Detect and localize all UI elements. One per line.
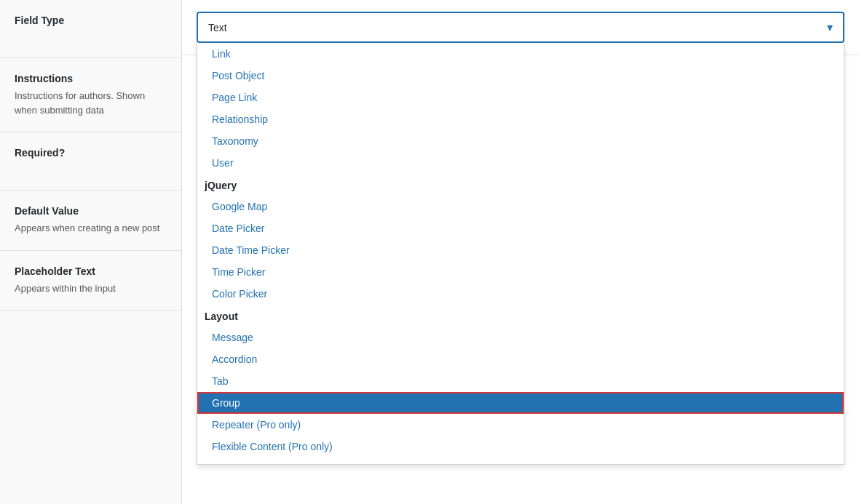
dropdown-item-page-link[interactable]: Page Link (197, 87, 844, 108)
sidebar: Field Type Instructions Instructions for… (0, 0, 182, 504)
dropdown-item-color-picker[interactable]: Color Picker (197, 283, 844, 305)
dropdown-item-accordion[interactable]: Accordion (197, 348, 844, 370)
dropdown-item-time-picker[interactable]: Time Picker (197, 261, 844, 283)
default-value-desc: Appears when creating a new post (15, 221, 167, 236)
field-type-label: Field Type (15, 15, 167, 26)
dropdown-item-taxonomy[interactable]: Taxonomy (197, 130, 844, 152)
dropdown-item-flexible-content[interactable]: Flexible Content (Pro only) (197, 436, 844, 457)
field-type-dropdown[interactable]: Link Post Object Page Link Relationship … (197, 43, 844, 465)
dropdown-item-link[interactable]: Link (197, 43, 844, 65)
instructions-label: Instructions (15, 73, 167, 84)
dropdown-item-relationship[interactable]: Relationship (197, 108, 844, 130)
dropdown-item-clone[interactable]: Clone (Pro only) (197, 457, 844, 465)
placeholder-desc: Appears within the input (15, 281, 167, 296)
field-type-row: Text ▾ Link Post Object Page Link Relati… (182, 0, 859, 55)
dropdown-group-layout: Layout (197, 305, 844, 327)
placeholder-label: Placeholder Text (15, 265, 167, 277)
chevron-down-icon: ▾ (827, 20, 833, 34)
sidebar-section-default-value: Default Value Appears when creating a ne… (0, 191, 181, 251)
dropdown-item-google-map[interactable]: Google Map (197, 196, 844, 217)
selected-value: Text (208, 22, 227, 33)
field-type-select[interactable]: Text ▾ (197, 12, 844, 43)
required-label: Required? (15, 147, 167, 159)
default-value-label: Default Value (15, 205, 167, 217)
dropdown-item-tab[interactable]: Tab (197, 370, 844, 392)
dropdown-item-group[interactable]: Group (197, 392, 844, 414)
main-content: Text ▾ Link Post Object Page Link Relati… (182, 0, 859, 504)
dropdown-item-message[interactable]: Message (197, 327, 844, 348)
dropdown-item-repeater[interactable]: Repeater (Pro only) (197, 414, 844, 436)
sidebar-section-required: Required? (0, 132, 181, 191)
sidebar-section-placeholder: Placeholder Text Appears within the inpu… (0, 251, 181, 311)
dropdown-item-date-picker[interactable]: Date Picker (197, 217, 844, 239)
dropdown-item-user[interactable]: User (197, 152, 844, 174)
dropdown-item-post-object[interactable]: Post Object (197, 65, 844, 87)
instructions-desc: Instructions for authors. Shown when sub… (15, 89, 167, 117)
sidebar-section-field-type: Field Type (0, 0, 181, 58)
field-type-select-container: Text ▾ Link Post Object Page Link Relati… (197, 12, 844, 43)
dropdown-group-jquery: jQuery (197, 174, 844, 196)
dropdown-item-date-time-picker[interactable]: Date Time Picker (197, 239, 844, 261)
sidebar-section-instructions: Instructions Instructions for authors. S… (0, 58, 181, 132)
